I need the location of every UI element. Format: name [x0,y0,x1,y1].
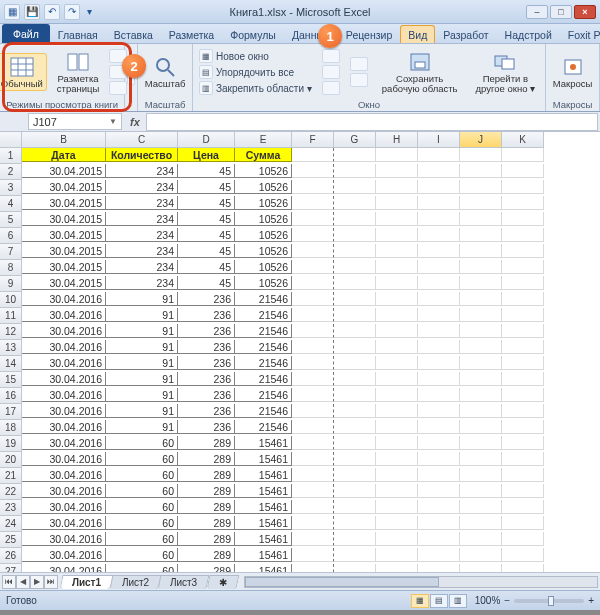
empty-cell[interactable] [460,500,502,514]
data-cell[interactable]: 15461 [235,436,292,450]
data-cell[interactable]: 30.04.2016 [22,532,106,546]
tab-вставка[interactable]: Вставка [106,25,161,43]
empty-cell[interactable] [334,548,376,562]
empty-cell[interactable] [292,516,334,530]
empty-cell[interactable] [418,244,460,258]
data-cell[interactable]: 30.04.2016 [22,356,106,370]
data-cell[interactable]: 91 [106,308,178,322]
empty-cell[interactable] [502,372,544,386]
empty-cell[interactable] [418,324,460,338]
empty-cell[interactable] [334,308,376,322]
data-cell[interactable]: 289 [178,452,235,466]
empty-cell[interactable] [292,164,334,178]
empty-cell[interactable] [502,180,544,194]
view-normal-button[interactable]: Обычный [0,53,47,92]
empty-cell[interactable] [418,548,460,562]
empty-cell[interactable] [502,228,544,242]
empty-cell[interactable] [418,148,460,162]
empty-cell[interactable] [292,484,334,498]
column-header-C[interactable]: C [106,132,178,148]
zoom-slider-knob[interactable] [548,596,554,606]
empty-cell[interactable] [376,228,418,242]
empty-cell[interactable] [376,468,418,482]
empty-cell[interactable] [418,516,460,530]
sheet-tab-Лист1[interactable]: Лист1 [60,575,114,589]
empty-cell[interactable] [334,340,376,354]
row-header[interactable]: 6 [0,228,22,244]
empty-cell[interactable] [376,196,418,210]
empty-cell[interactable] [502,532,544,546]
column-header-H[interactable]: H [376,132,418,148]
empty-cell[interactable] [418,340,460,354]
empty-cell[interactable] [376,436,418,450]
data-cell[interactable]: 236 [178,324,235,338]
empty-cell[interactable] [418,468,460,482]
row-header[interactable]: 22 [0,484,22,500]
undo-icon[interactable]: ↶ [44,4,60,20]
empty-cell[interactable] [334,212,376,226]
data-cell[interactable]: 30.04.2015 [22,212,106,226]
data-cell[interactable]: 60 [106,484,178,498]
empty-cell[interactable] [376,276,418,290]
spreadsheet-grid[interactable]: BCDEFGHIJK1ДатаКоличествоЦенаСумма230.04… [0,132,600,572]
data-cell[interactable]: 30.04.2016 [22,404,106,418]
new-window-button[interactable]: ▦Новое окно [199,49,312,63]
empty-cell[interactable] [292,468,334,482]
empty-cell[interactable] [460,228,502,242]
empty-cell[interactable] [292,148,334,162]
qat-dropdown-icon[interactable]: ▾ [84,4,94,20]
empty-cell[interactable] [292,548,334,562]
tab-file[interactable]: Файл [2,24,50,43]
data-cell[interactable]: 15461 [235,564,292,572]
data-cell[interactable]: 30.04.2015 [22,276,106,290]
empty-cell[interactable] [334,228,376,242]
data-cell[interactable]: 289 [178,484,235,498]
data-cell[interactable]: 236 [178,420,235,434]
data-cell[interactable]: 21546 [235,308,292,322]
scrollbar-thumb[interactable] [245,577,439,587]
reset-pos-button[interactable] [350,73,368,87]
empty-cell[interactable] [376,180,418,194]
empty-cell[interactable] [418,484,460,498]
empty-cell[interactable] [460,148,502,162]
empty-cell[interactable] [502,340,544,354]
data-cell[interactable]: 30.04.2016 [22,452,106,466]
data-cell[interactable]: 21546 [235,420,292,434]
empty-cell[interactable] [334,356,376,370]
zoom-button[interactable]: Масштаб [141,53,190,92]
data-cell[interactable]: 15461 [235,452,292,466]
tab-разработ[interactable]: Разработ [435,25,496,43]
empty-cell[interactable] [502,260,544,274]
tab-foxit pdf[interactable]: Foxit PDF [560,25,600,43]
empty-cell[interactable] [292,500,334,514]
empty-cell[interactable] [460,180,502,194]
data-cell[interactable]: 234 [106,180,178,194]
empty-cell[interactable] [376,148,418,162]
close-button[interactable]: × [574,5,596,19]
empty-cell[interactable] [460,468,502,482]
empty-cell[interactable] [460,244,502,258]
data-cell[interactable]: 15461 [235,548,292,562]
empty-cell[interactable] [502,564,544,572]
empty-cell[interactable] [376,372,418,386]
empty-cell[interactable] [292,404,334,418]
empty-cell[interactable] [418,164,460,178]
empty-cell[interactable] [502,516,544,530]
empty-cell[interactable] [292,180,334,194]
empty-cell[interactable] [376,164,418,178]
maximize-button[interactable]: □ [550,5,572,19]
empty-cell[interactable] [460,564,502,572]
data-cell[interactable]: 30.04.2016 [22,436,106,450]
data-cell[interactable]: 289 [178,468,235,482]
name-box-dropdown-icon[interactable]: ▼ [109,117,117,126]
row-header[interactable]: 16 [0,388,22,404]
empty-cell[interactable] [502,356,544,370]
row-header[interactable]: 5 [0,212,22,228]
empty-cell[interactable] [376,516,418,530]
empty-cell[interactable] [502,500,544,514]
empty-cell[interactable] [292,292,334,306]
data-cell[interactable]: 236 [178,388,235,402]
data-cell[interactable]: 60 [106,452,178,466]
row-header[interactable]: 24 [0,516,22,532]
data-cell[interactable]: 60 [106,436,178,450]
